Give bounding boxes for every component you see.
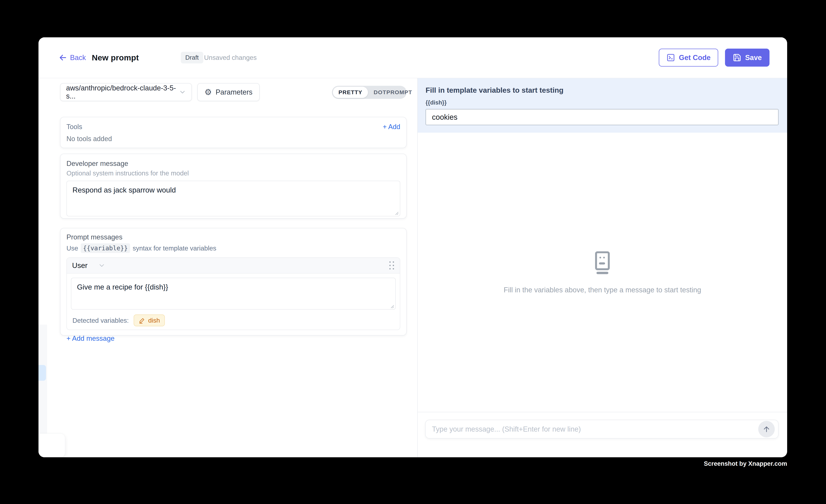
model-selector[interactable]: aws/anthropic/bedrock-claude-3-5-s... [60,83,192,101]
tools-title: Tools [66,123,82,131]
message-content-textarea[interactable]: Give me a recipe for {{dish}} [71,278,396,310]
message-role-select[interactable]: User [72,261,87,270]
drag-handle-icon[interactable] [389,261,395,270]
bot-face-icon [593,251,612,275]
developer-message-title: Developer message [66,160,400,168]
variable-value-input[interactable] [426,109,778,125]
variable-syntax-hint: Use {{variable}} syntax for template var… [66,243,400,253]
variable-badge-label: dish [148,317,160,324]
chat-empty-text: Fill in the variables above, then type a… [504,286,701,294]
send-message-button[interactable] [758,421,775,437]
up-arrow-icon [763,425,770,433]
status-badge: Draft [181,52,203,63]
message-header: User [67,258,400,273]
template-variables-section: Fill in template variables to start test… [418,78,787,133]
prompt-messages-section: Prompt messages Use {{variable}} syntax … [60,228,407,335]
toggle-option-pretty[interactable]: PRETTY [333,87,368,98]
parameters-label: Parameters [216,88,252,96]
developer-message-section: Developer message Optional system instru… [60,154,407,218]
view-mode-toggle[interactable]: PRETTY DOTPROMPT [332,86,407,99]
detected-variables-label: Detected variables: [72,317,129,324]
message-block: User Give me a recipe for {{dish}} [66,257,400,330]
chat-composer [418,412,787,457]
tools-empty-text: No tools added [66,135,400,143]
background-sidebar-highlight [39,365,46,381]
page-title: New prompt [92,53,139,62]
parameters-button[interactable]: ⚙ Parameters [197,83,259,101]
variable-name-label: {{dish}} [426,99,778,106]
prompt-messages-title: Prompt messages [66,233,400,241]
app-window: Back New prompt Draft Unsaved changes Ge… [39,37,787,457]
hint-suffix: syntax for template variables [133,245,216,252]
prompt-editor-panel: aws/anthropic/bedrock-claude-3-5-s... ⚙ … [39,78,417,457]
save-label: Save [745,54,762,62]
background-floating-panel [39,433,65,457]
developer-message-subtitle: Optional system instructions for the mod… [66,170,400,177]
edit-pencil-icon [138,317,145,324]
variables-heading: Fill in template variables to start test… [426,86,778,94]
chevron-down-icon[interactable] [98,262,106,269]
screenshot-stage: Back New prompt Draft Unsaved changes Ge… [0,0,826,504]
header: Back New prompt Draft Unsaved changes Ge… [39,37,787,78]
hint-prefix: Use [66,245,78,252]
save-floppy-icon [733,53,741,62]
back-button[interactable]: Back [59,54,86,62]
watermark-text: Screenshot by Xnapper.com [704,460,787,467]
chat-empty-area: Fill in the variables above, then type a… [418,133,787,412]
chevron-down-icon [179,88,186,96]
toggle-option-dotprompt[interactable]: DOTPROMPT [368,87,418,98]
tools-section: Tools + Add No tools added [60,117,407,148]
get-code-button[interactable]: Get Code [659,49,718,67]
back-label: Back [70,54,86,62]
tester-panel: Fill in template variables to start test… [417,78,787,457]
add-message-button[interactable]: + Add message [66,334,400,342]
detected-variables-row: Detected variables: dish [71,314,396,326]
chat-message-input[interactable] [425,420,778,439]
header-actions: Get Code Save [659,49,769,67]
unsaved-changes-text: Unsaved changes [204,54,257,61]
model-selector-value: aws/anthropic/bedrock-claude-3-5-s... [66,84,179,100]
variable-badge-dish[interactable]: dish [134,314,165,326]
terminal-icon [666,53,675,62]
gear-icon: ⚙ [204,88,212,96]
get-code-label: Get Code [679,54,711,62]
save-button[interactable]: Save [725,49,769,67]
developer-message-textarea[interactable]: Respond as jack sparrow would [66,181,400,216]
back-arrow-icon [59,54,67,62]
add-tool-button[interactable]: + Add [383,123,400,131]
variable-code-chip: {{variable}} [81,243,130,253]
message-body: Give me a recipe for {{dish}} Detected v… [67,273,400,330]
